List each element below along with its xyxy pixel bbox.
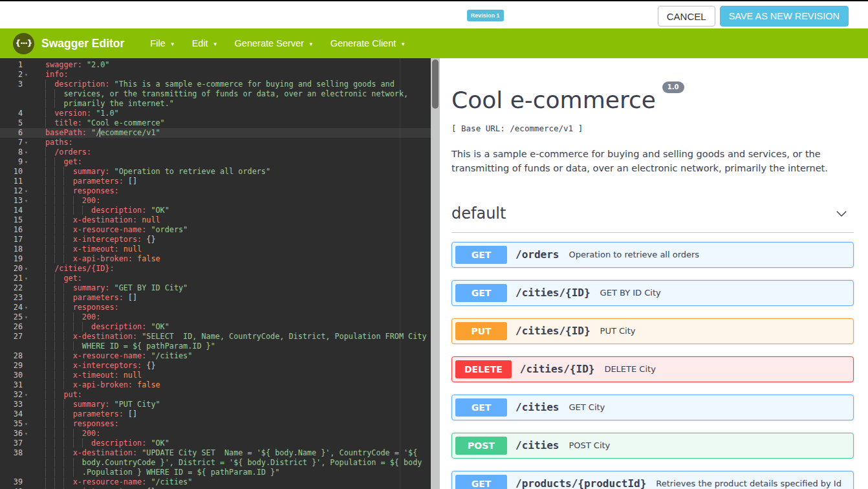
code-line[interactable]: 32▾ put: bbox=[0, 390, 431, 400]
code-line[interactable]: 2▾info: bbox=[0, 70, 431, 80]
code-line[interactable]: 15 x-destination: null bbox=[0, 215, 431, 225]
code-line[interactable]: 24▾ responses: bbox=[0, 303, 431, 312]
operation-row[interactable]: DELETE/cities/{ID}DELETE City bbox=[451, 356, 854, 382]
code-line[interactable]: 29 x-interceptors: {} bbox=[0, 361, 431, 371]
fold-arrow-icon[interactable]: ▾ bbox=[25, 196, 28, 206]
fold-arrow-icon[interactable]: ▾ bbox=[25, 186, 28, 196]
code-line[interactable]: 22 summary: "GET BY ID City" bbox=[0, 283, 431, 293]
operation-row[interactable]: GET/cities/{ID}GET BY ID City bbox=[451, 280, 854, 306]
fold-arrow-icon[interactable]: ▾ bbox=[25, 390, 28, 400]
menu-generate-server[interactable]: Generate Server▼ bbox=[235, 38, 314, 49]
code-line[interactable]: 33 summary: "PUT City" bbox=[0, 400, 431, 409]
fold-arrow-icon[interactable]: ▾ bbox=[25, 70, 28, 80]
code-text: .Population } WHERE ID = ${ pathParam.ID… bbox=[31, 468, 431, 477]
code-line[interactable]: 36▾ 200: bbox=[0, 429, 431, 439]
code-line[interactable]: primarily the internet." bbox=[0, 99, 431, 109]
menu-label: Generate Client bbox=[331, 38, 396, 49]
code-line[interactable]: .Population } WHERE ID = ${ pathParam.ID… bbox=[0, 468, 431, 477]
code-line[interactable]: 35▾ responses: bbox=[0, 419, 431, 429]
line-number: 6 bbox=[0, 128, 23, 138]
operation-row[interactable]: PUT/cities/{ID}PUT City bbox=[451, 318, 854, 344]
code-line[interactable]: 1swagger: "2.0" bbox=[0, 60, 431, 70]
line-number: 10 bbox=[0, 167, 23, 177]
code-line[interactable]: 11 parameters: [] bbox=[0, 177, 431, 186]
fold-arrow-icon[interactable]: ▾ bbox=[25, 419, 28, 429]
code-text: get: bbox=[31, 274, 431, 283]
code-line[interactable]: 37 description: "OK" bbox=[0, 439, 431, 448]
code-line[interactable]: 25▾ 200: bbox=[0, 312, 431, 322]
code-line[interactable]: services, or the transmitting of funds o… bbox=[0, 89, 431, 99]
code-line[interactable]: 7▾paths: bbox=[0, 138, 431, 147]
line-gutter: 19 bbox=[0, 254, 31, 264]
fold-arrow-icon[interactable]: ▾ bbox=[25, 157, 28, 167]
code-line[interactable]: 28 x-resource-name: "/cities" bbox=[0, 351, 431, 361]
api-docs-panel: Cool e-commerce1.0 [ Base URL: /ecommerc… bbox=[440, 58, 868, 489]
code-line[interactable]: 21▾ get: bbox=[0, 274, 431, 283]
line-number: 30 bbox=[0, 371, 23, 380]
line-number: 34 bbox=[0, 409, 23, 419]
code-line[interactable]: 31 x-api-broken: false bbox=[0, 380, 431, 390]
navbar-menus: File▼Edit▼Generate Server▼Generate Clien… bbox=[150, 38, 406, 49]
code-line[interactable]: 19 x-api-broken: false bbox=[0, 254, 431, 264]
operation-row[interactable]: GET/citiesGET City bbox=[451, 395, 854, 420]
code-line[interactable]: 39 x-resource-name: "/cities" bbox=[0, 477, 431, 487]
code-text: responses: bbox=[31, 419, 431, 429]
code-line[interactable]: WHERE ID = ${ pathParam.ID }" bbox=[0, 342, 431, 351]
code-line[interactable]: body.CountryCode }', District = '${ body… bbox=[0, 458, 431, 468]
brand-title: Swagger Editor bbox=[41, 37, 124, 50]
code-line[interactable]: 13▾ 200: bbox=[0, 196, 431, 206]
fold-arrow-icon[interactable]: ▾ bbox=[25, 312, 28, 322]
code-line[interactable]: 18 x-timeout: null bbox=[0, 244, 431, 254]
fold-arrow-icon[interactable]: ▾ bbox=[25, 429, 28, 439]
code-line[interactable]: 14 description: "OK" bbox=[0, 206, 431, 215]
operation-row[interactable]: GET/products/{productId}Retrieves the pr… bbox=[451, 471, 854, 489]
code-line[interactable]: 27 x-destination: "SELECT ID, Name, Coun… bbox=[0, 332, 431, 342]
line-gutter: 22 bbox=[0, 283, 31, 293]
editor-scrollbar[interactable] bbox=[431, 58, 440, 489]
fold-arrow-icon[interactable]: ▾ bbox=[25, 264, 28, 274]
code-text: 200: bbox=[31, 429, 431, 439]
operation-summary: POST City bbox=[569, 440, 610, 450]
chevron-down-icon[interactable] bbox=[834, 206, 849, 221]
menu-edit[interactable]: Edit▼ bbox=[192, 38, 218, 49]
code-line[interactable]: 3 description: "This is a sample e-comme… bbox=[0, 80, 431, 89]
code-line[interactable]: 23 parameters: [] bbox=[0, 293, 431, 303]
api-title: Cool e-commerce1.0 bbox=[451, 87, 854, 113]
topbar-actions: CANCEL SAVE AS NEW REVISION bbox=[658, 6, 849, 27]
code-text: parameters: [] bbox=[31, 177, 431, 186]
fold-arrow-icon[interactable]: ▾ bbox=[25, 147, 28, 157]
code-line[interactable]: 16 x-resource-name: "orders" bbox=[0, 225, 431, 235]
code-line[interactable]: 6basePath: "/ecommerce/v1" bbox=[0, 128, 431, 138]
editor-scrollbar-thumb[interactable] bbox=[432, 60, 439, 109]
code-line[interactable]: 10 summary: "Operation to retrieve all o… bbox=[0, 167, 431, 177]
code-line[interactable]: 20▾ /cities/{ID}: bbox=[0, 264, 431, 274]
print-margin-line bbox=[400, 58, 400, 489]
cancel-button[interactable]: CANCEL bbox=[658, 6, 715, 27]
code-line[interactable]: 12▾ responses: bbox=[0, 186, 431, 196]
fold-arrow-icon[interactable]: ▾ bbox=[25, 303, 28, 312]
code-line[interactable]: 30 x-timeout: null bbox=[0, 371, 431, 380]
line-gutter: 15 bbox=[0, 215, 31, 225]
tag-header[interactable]: default bbox=[451, 204, 854, 233]
line-gutter: 6 bbox=[0, 128, 31, 138]
code-line[interactable]: 5 title: "Cool e-commerce" bbox=[0, 118, 431, 128]
save-as-new-revision-button[interactable]: SAVE AS NEW REVISION bbox=[720, 6, 849, 27]
menu-file[interactable]: File▼ bbox=[150, 38, 175, 49]
code-line[interactable]: 17 x-interceptors: {} bbox=[0, 235, 431, 244]
menu-generate-client[interactable]: Generate Client▼ bbox=[331, 38, 406, 49]
fold-arrow-icon[interactable]: ▾ bbox=[25, 138, 28, 147]
yaml-editor[interactable]: 1swagger: "2.0"2▾info:3 description: "Th… bbox=[0, 58, 431, 489]
code-line[interactable]: 4 version: "1.0" bbox=[0, 109, 431, 118]
code-line[interactable]: 9▾ get: bbox=[0, 157, 431, 167]
line-gutter: 28 bbox=[0, 351, 31, 361]
code-line[interactable]: 38 x-destination: "UPDATE City SET Name … bbox=[0, 448, 431, 458]
operation-summary: DELETE City bbox=[604, 364, 655, 374]
code-line[interactable]: 8▾ /orders: bbox=[0, 147, 431, 157]
code-line[interactable]: 26 description: "OK" bbox=[0, 322, 431, 332]
fold-arrow-icon[interactable]: ▾ bbox=[25, 274, 28, 283]
operation-row[interactable]: POST/citiesPOST City bbox=[451, 433, 854, 459]
line-number: 20 bbox=[0, 264, 23, 274]
code-line[interactable]: 34 parameters: [] bbox=[0, 409, 431, 419]
operation-row[interactable]: GET/ordersOperation to retrieve all orde… bbox=[451, 242, 854, 268]
line-gutter: 26 bbox=[0, 322, 31, 332]
